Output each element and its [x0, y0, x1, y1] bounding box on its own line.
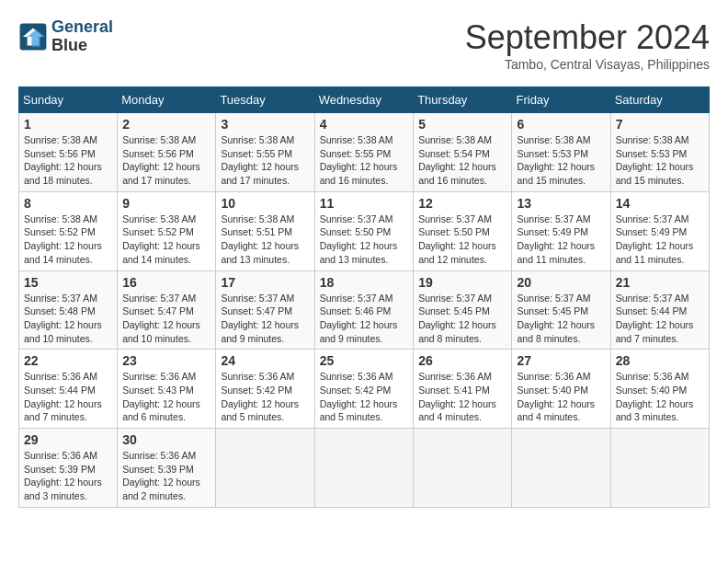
day-number: 8 — [24, 196, 112, 211]
day-detail: Sunrise: 5:38 AMSunset: 5:56 PMDaylight:… — [24, 133, 112, 188]
day-detail: Sunrise: 5:37 AMSunset: 5:45 PMDaylight:… — [517, 292, 605, 346]
calendar-cell: 3Sunrise: 5:38 AMSunset: 5:55 PMDaylight… — [216, 113, 314, 192]
day-number: 7 — [616, 117, 704, 132]
day-number: 5 — [418, 117, 506, 132]
day-number: 23 — [122, 353, 210, 368]
day-detail: Sunrise: 5:36 AMSunset: 5:39 PMDaylight:… — [24, 449, 112, 503]
calendar-cell: 2Sunrise: 5:38 AMSunset: 5:56 PMDaylight… — [118, 113, 216, 192]
day-detail: Sunrise: 5:37 AMSunset: 5:44 PMDaylight:… — [616, 292, 704, 346]
calendar-cell: 7Sunrise: 5:38 AMSunset: 5:53 PMDaylight… — [610, 113, 709, 192]
logo-icon — [18, 22, 48, 52]
logo: General Blue — [18, 18, 113, 55]
day-number: 28 — [616, 353, 704, 368]
col-monday: Monday — [118, 87, 216, 113]
calendar-cell: 28Sunrise: 5:36 AMSunset: 5:40 PMDayligh… — [610, 350, 709, 429]
day-number: 2 — [122, 117, 210, 132]
day-number: 13 — [517, 196, 605, 211]
calendar-cell: 19Sunrise: 5:37 AMSunset: 5:45 PMDayligh… — [414, 270, 512, 350]
calendar-cell — [512, 429, 610, 508]
calendar-cell: 27Sunrise: 5:36 AMSunset: 5:40 PMDayligh… — [512, 350, 610, 429]
day-detail: Sunrise: 5:38 AMSunset: 5:55 PMDaylight:… — [320, 133, 409, 188]
calendar-week-row: 29Sunrise: 5:36 AMSunset: 5:39 PMDayligh… — [19, 429, 710, 508]
calendar-cell: 23Sunrise: 5:36 AMSunset: 5:43 PMDayligh… — [118, 350, 216, 429]
day-number: 9 — [122, 196, 210, 211]
calendar-cell: 18Sunrise: 5:37 AMSunset: 5:46 PMDayligh… — [314, 270, 414, 350]
day-detail: Sunrise: 5:36 AMSunset: 5:40 PMDaylight:… — [517, 370, 605, 424]
calendar-cell: 1Sunrise: 5:38 AMSunset: 5:56 PMDaylight… — [19, 113, 118, 192]
col-sunday: Sunday — [19, 87, 118, 113]
calendar-cell — [414, 429, 512, 508]
day-number: 25 — [320, 353, 409, 368]
day-number: 26 — [418, 353, 506, 368]
day-detail: Sunrise: 5:38 AMSunset: 5:56 PMDaylight:… — [122, 133, 210, 188]
day-detail: Sunrise: 5:38 AMSunset: 5:53 PMDaylight:… — [616, 133, 704, 188]
calendar-cell: 21Sunrise: 5:37 AMSunset: 5:44 PMDayligh… — [610, 270, 709, 350]
day-detail: Sunrise: 5:38 AMSunset: 5:54 PMDaylight:… — [418, 133, 506, 188]
col-friday: Friday — [512, 87, 610, 113]
day-detail: Sunrise: 5:37 AMSunset: 5:45 PMDaylight:… — [418, 292, 506, 346]
day-number: 21 — [616, 275, 704, 290]
day-detail: Sunrise: 5:36 AMSunset: 5:44 PMDaylight:… — [24, 370, 112, 424]
calendar-cell: 29Sunrise: 5:36 AMSunset: 5:39 PMDayligh… — [19, 429, 118, 508]
col-tuesday: Tuesday — [216, 87, 314, 113]
day-detail: Sunrise: 5:38 AMSunset: 5:53 PMDaylight:… — [517, 133, 605, 188]
day-detail: Sunrise: 5:38 AMSunset: 5:52 PMDaylight:… — [122, 213, 210, 267]
day-number: 18 — [320, 275, 409, 290]
day-number: 16 — [122, 275, 210, 290]
calendar-cell: 15Sunrise: 5:37 AMSunset: 5:48 PMDayligh… — [19, 270, 118, 350]
day-number: 10 — [221, 196, 309, 211]
calendar-cell: 11Sunrise: 5:37 AMSunset: 5:50 PMDayligh… — [314, 191, 414, 270]
day-detail: Sunrise: 5:36 AMSunset: 5:42 PMDaylight:… — [320, 370, 409, 424]
calendar-cell: 13Sunrise: 5:37 AMSunset: 5:49 PMDayligh… — [512, 191, 610, 270]
calendar-cell: 12Sunrise: 5:37 AMSunset: 5:50 PMDayligh… — [414, 191, 512, 270]
calendar-cell: 26Sunrise: 5:36 AMSunset: 5:41 PMDayligh… — [414, 350, 512, 429]
day-number: 22 — [24, 353, 112, 368]
day-detail: Sunrise: 5:37 AMSunset: 5:49 PMDaylight:… — [616, 213, 704, 267]
calendar-cell: 4Sunrise: 5:38 AMSunset: 5:55 PMDaylight… — [314, 113, 414, 192]
day-detail: Sunrise: 5:38 AMSunset: 5:55 PMDaylight:… — [221, 133, 309, 188]
calendar-cell: 5Sunrise: 5:38 AMSunset: 5:54 PMDaylight… — [414, 113, 512, 192]
calendar-week-row: 15Sunrise: 5:37 AMSunset: 5:48 PMDayligh… — [19, 270, 710, 350]
day-number: 27 — [517, 353, 605, 368]
calendar-cell: 20Sunrise: 5:37 AMSunset: 5:45 PMDayligh… — [512, 270, 610, 350]
day-detail: Sunrise: 5:36 AMSunset: 5:39 PMDaylight:… — [122, 449, 210, 503]
logo-text: General Blue — [51, 18, 113, 55]
col-wednesday: Wednesday — [314, 87, 414, 113]
calendar-week-row: 8Sunrise: 5:38 AMSunset: 5:52 PMDaylight… — [19, 191, 710, 270]
day-detail: Sunrise: 5:37 AMSunset: 5:48 PMDaylight:… — [24, 292, 112, 346]
day-detail: Sunrise: 5:36 AMSunset: 5:43 PMDaylight:… — [122, 370, 210, 424]
location: Tambo, Central Visayas, Philippines — [465, 57, 710, 72]
calendar-cell: 10Sunrise: 5:38 AMSunset: 5:51 PMDayligh… — [216, 191, 314, 270]
day-detail: Sunrise: 5:36 AMSunset: 5:40 PMDaylight:… — [616, 370, 704, 424]
page-header: General Blue September 2024 Tambo, Centr… — [18, 18, 710, 72]
day-number: 3 — [221, 117, 309, 132]
day-number: 1 — [24, 117, 112, 132]
calendar-cell: 6Sunrise: 5:38 AMSunset: 5:53 PMDaylight… — [512, 113, 610, 192]
calendar-cell: 16Sunrise: 5:37 AMSunset: 5:47 PMDayligh… — [118, 270, 216, 350]
day-number: 24 — [221, 353, 309, 368]
calendar-cell: 17Sunrise: 5:37 AMSunset: 5:47 PMDayligh… — [216, 270, 314, 350]
calendar-cell: 22Sunrise: 5:36 AMSunset: 5:44 PMDayligh… — [19, 350, 118, 429]
day-detail: Sunrise: 5:37 AMSunset: 5:50 PMDaylight:… — [418, 213, 506, 267]
day-number: 11 — [320, 196, 409, 211]
day-number: 12 — [418, 196, 506, 211]
day-detail: Sunrise: 5:37 AMSunset: 5:47 PMDaylight:… — [221, 292, 309, 346]
day-detail: Sunrise: 5:37 AMSunset: 5:46 PMDaylight:… — [320, 292, 409, 346]
day-number: 14 — [616, 196, 704, 211]
day-number: 17 — [221, 275, 309, 290]
day-detail: Sunrise: 5:37 AMSunset: 5:50 PMDaylight:… — [320, 213, 409, 267]
calendar-cell: 14Sunrise: 5:37 AMSunset: 5:49 PMDayligh… — [610, 191, 709, 270]
calendar-cell: 8Sunrise: 5:38 AMSunset: 5:52 PMDaylight… — [19, 191, 118, 270]
day-detail: Sunrise: 5:36 AMSunset: 5:41 PMDaylight:… — [418, 370, 506, 424]
col-thursday: Thursday — [414, 87, 512, 113]
calendar: Sunday Monday Tuesday Wednesday Thursday… — [18, 86, 710, 508]
day-number: 4 — [320, 117, 409, 132]
calendar-cell: 24Sunrise: 5:36 AMSunset: 5:42 PMDayligh… — [216, 350, 314, 429]
calendar-header-row: Sunday Monday Tuesday Wednesday Thursday… — [19, 87, 710, 113]
calendar-cell: 30Sunrise: 5:36 AMSunset: 5:39 PMDayligh… — [118, 429, 216, 508]
day-number: 30 — [122, 432, 210, 447]
day-number: 19 — [418, 275, 506, 290]
calendar-cell: 25Sunrise: 5:36 AMSunset: 5:42 PMDayligh… — [314, 350, 414, 429]
day-detail: Sunrise: 5:36 AMSunset: 5:42 PMDaylight:… — [221, 370, 309, 424]
day-detail: Sunrise: 5:37 AMSunset: 5:49 PMDaylight:… — [517, 213, 605, 267]
